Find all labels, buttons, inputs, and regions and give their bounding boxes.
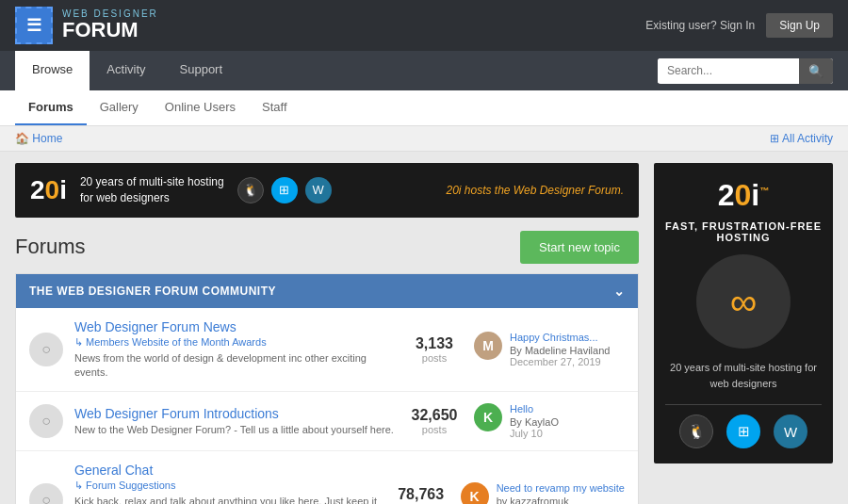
last-post-3: K Need to revamp my website by kazzafrom…: [461, 482, 625, 504]
forum-sub-3[interactable]: Forum Suggestions: [74, 480, 382, 492]
last-post-title-1[interactable]: Happy Christmas...: [510, 332, 610, 343]
last-post-info-2: Hello By KaylaO July 10: [510, 403, 559, 439]
last-post-info-1: Happy Christmas... By Madeline Haviland …: [510, 332, 610, 367]
windows-icon: ⊞: [271, 177, 298, 203]
table-row: ○ Web Designer Forum Introductions New t…: [16, 392, 638, 451]
section-title: THE WEB DESIGNER FORUM COMMUNITY: [29, 285, 276, 298]
forum-info-3: General Chat Forum Suggestions Kick back…: [74, 463, 382, 504]
nav-tabs: Browse Activity Support: [15, 51, 239, 90]
sidebar: 20i™ FAST, FRUSTRATION-FREE HOSTING ∞ 20…: [654, 163, 833, 504]
sign-up-button[interactable]: Sign Up: [766, 13, 833, 38]
table-row: ○ General Chat Forum Suggestions Kick ba…: [16, 451, 638, 504]
forum-desc-2: New to the Web Designer Forum? - Tell us…: [74, 423, 395, 437]
banner-logo: 20i: [30, 175, 67, 205]
forum-name-1[interactable]: Web Designer Forum News: [74, 319, 395, 334]
post-count-3: 78,763: [393, 486, 449, 503]
sub-nav: Forums Gallery Online Users Staff: [0, 90, 848, 126]
table-row: ○ Web Designer Forum News Members Websit…: [16, 308, 638, 393]
nav-tabs-bar: Browse Activity Support 🔍: [0, 51, 848, 90]
forum-icon-2: ○: [29, 404, 63, 438]
main-layout: 20i 20 years of multi-site hosting for w…: [0, 152, 848, 504]
forum-name-2[interactable]: Web Designer Forum Introductions: [74, 406, 395, 421]
tab-activity[interactable]: Activity: [90, 51, 162, 90]
last-post-by-1: By Madeline Haviland: [510, 345, 610, 356]
sidebar-ad: 20i™ FAST, FRUSTRATION-FREE HOSTING ∞ 20…: [654, 163, 833, 463]
last-post-2: K Hello By KaylaO July 10: [474, 403, 625, 439]
last-post-date-1: December 27, 2019: [510, 356, 610, 367]
logo-text: WEB DESIGNER FORUM: [62, 8, 158, 41]
sub-nav-gallery[interactable]: Gallery: [87, 90, 152, 125]
forum-stats-3: 78,763 posts: [393, 486, 449, 504]
last-post-info-3: Need to revamp my website by kazzafromuk…: [497, 482, 625, 504]
forum-sub-1[interactable]: Members Website of the Month Awards: [74, 336, 395, 349]
logo-area: ☰ WEB DESIGNER FORUM: [15, 7, 158, 44]
avatar-3: K: [461, 482, 489, 504]
banner-cta: 20i hosts the Web Designer Forum.: [446, 184, 624, 197]
forum-info-2: Web Designer Forum Introductions New to …: [74, 406, 395, 437]
sidebar-graphic: ∞: [696, 254, 791, 349]
forum-icon-1: ○: [29, 333, 63, 366]
sidebar-desc: 20 years of multi-site hosting for web d…: [665, 360, 822, 391]
header-right: Existing user? Sign In Sign Up: [645, 13, 833, 38]
sidebar-tagline: FAST, FRUSTRATION-FREE HOSTING: [665, 220, 822, 243]
last-post-by-2: By KaylaO: [510, 416, 559, 428]
banner-ad: 20i 20 years of multi-site hosting for w…: [15, 163, 639, 218]
last-post-date-2: July 10: [510, 428, 559, 439]
section-chevron-icon[interactable]: ⌄: [613, 284, 626, 299]
forums-header: Forums Start new topic: [15, 231, 639, 264]
forum-desc-3: Kick back, relax and talk about anything…: [74, 495, 382, 504]
logo-icon: ☰: [15, 7, 53, 44]
forum-stats-1: 3,133 posts: [406, 335, 463, 364]
sidebar-linux-icon[interactable]: 🐧: [679, 415, 713, 448]
banner-icons: 🐧 ⊞ W: [237, 177, 332, 203]
sub-nav-forums[interactable]: Forums: [15, 90, 87, 125]
wordpress-icon: W: [305, 177, 332, 203]
post-label-1: posts: [406, 352, 463, 364]
sidebar-wordpress-icon[interactable]: W: [774, 415, 807, 448]
last-post-1: M Happy Christmas... By Madeline Havilan…: [474, 332, 625, 367]
avatar-1: M: [474, 332, 502, 360]
forum-info-1: Web Designer Forum News Members Website …: [74, 319, 395, 381]
linux-icon: 🐧: [237, 177, 264, 203]
sub-nav-staff[interactable]: Staff: [249, 90, 301, 125]
forum-icon-3: ○: [29, 483, 63, 504]
sidebar-windows-icon[interactable]: ⊞: [726, 415, 760, 448]
tab-support[interactable]: Support: [163, 51, 240, 90]
last-post-by-3: by kazzafromuk: [497, 496, 625, 504]
forum-stats-2: 32,650 posts: [406, 407, 463, 435]
breadcrumb: 🏠 Home ⊞ All Activity: [0, 126, 848, 152]
banner-left: 20i 20 years of multi-site hosting for w…: [30, 174, 332, 206]
search-bar: 🔍: [658, 58, 833, 84]
post-label-2: posts: [406, 424, 463, 435]
infinity-icon: ∞: [730, 281, 758, 323]
forum-section: THE WEB DESIGNER FORUM COMMUNITY ⌄ ○ Web…: [15, 273, 639, 504]
last-post-title-3[interactable]: Need to revamp my website: [497, 482, 625, 494]
forum-desc-1: News from the world of design & developm…: [74, 351, 395, 381]
forum-name-3[interactable]: General Chat: [74, 463, 382, 478]
breadcrumb-home[interactable]: 🏠 Home: [15, 132, 62, 145]
forums-title: Forums: [15, 235, 86, 259]
post-count-2: 32,650: [406, 407, 463, 424]
search-button[interactable]: 🔍: [799, 58, 833, 84]
last-post-title-2[interactable]: Hello: [510, 403, 559, 415]
tab-browse[interactable]: Browse: [15, 51, 90, 90]
post-count-1: 3,133: [406, 335, 463, 352]
sidebar-icons: 🐧 ⊞ W: [665, 404, 822, 448]
section-header: THE WEB DESIGNER FORUM COMMUNITY ⌄: [16, 274, 638, 308]
start-new-topic-button[interactable]: Start new topic: [520, 231, 639, 264]
avatar-2: K: [474, 403, 502, 431]
search-input[interactable]: [658, 58, 799, 83]
existing-user-link[interactable]: Existing user? Sign In: [645, 19, 755, 32]
top-header: ☰ WEB DESIGNER FORUM Existing user? Sign…: [0, 0, 848, 51]
banner-text: 20 years of multi-site hosting for web d…: [80, 174, 224, 206]
brand-name: FORUM: [62, 19, 158, 41]
all-activity-link[interactable]: ⊞ All Activity: [770, 132, 833, 145]
sidebar-logo: 20i™: [665, 178, 822, 213]
main-content: 20i 20 years of multi-site hosting for w…: [15, 163, 639, 504]
sub-nav-online-users[interactable]: Online Users: [152, 90, 249, 125]
